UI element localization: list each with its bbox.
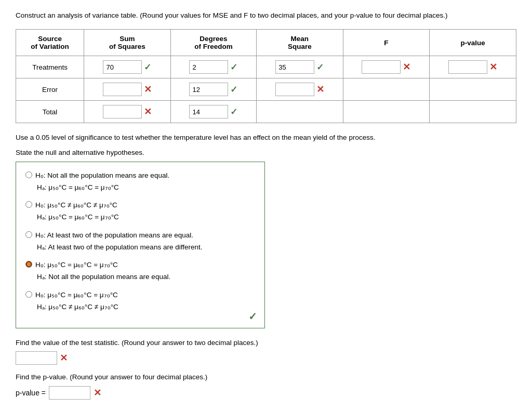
df-total-input[interactable] — [189, 105, 228, 118]
ms-treatments-cell: ✓ — [257, 56, 343, 78]
sum-total-cross-icon: ✕ — [144, 106, 152, 117]
hypothesis-option-4: H₀: μ₅₀°C = μ₆₀°C = μ₇₀°C Hₐ: Not all th… — [25, 260, 255, 283]
sum-total-cell: ✕ — [84, 101, 171, 123]
f-treatments-cross-icon: ✕ — [403, 61, 410, 73]
f-total-cell — [343, 101, 430, 123]
f-error-cell — [343, 78, 430, 101]
source-total: Total — [16, 101, 84, 123]
source-error: Error — [16, 78, 84, 101]
hypothesis-radio-5[interactable] — [25, 291, 32, 298]
hypothesis-radio-3[interactable] — [25, 231, 32, 238]
ha-text-4: Hₐ: Not all the population means are equ… — [25, 272, 255, 282]
df-treatments-check-icon: ✓ — [230, 62, 237, 73]
test-stat-input[interactable] — [16, 351, 57, 365]
h0-text-3: H₀: At least two of the population means… — [35, 230, 193, 241]
h0-text-5: H₀: μ₅₀°C = μ₆₀°C = μ₇₀°C — [35, 290, 118, 300]
sum-error-cell: ✕ — [84, 78, 171, 101]
test-stat-section: Find the value of the test statistic. (R… — [16, 338, 516, 365]
h0-text-4: H₀: μ₅₀°C = μ₆₀°C = μ₇₀°C — [35, 260, 118, 270]
df-total-cell: ✓ — [170, 101, 256, 123]
sum-error-cross-icon: ✕ — [144, 84, 152, 95]
ms-total-cell — [257, 101, 343, 123]
col-header-sum: Sum of Squares — [84, 30, 171, 56]
df-treatments-cell: ✓ — [170, 56, 256, 78]
col-header-source: Source of Variation — [16, 30, 84, 56]
sum-error-input[interactable] — [103, 83, 142, 96]
test-stat-label: Find the value of the test statistic. (R… — [16, 338, 516, 348]
pv-treatments-input[interactable] — [448, 60, 487, 74]
ms-error-cell: ✕ — [257, 78, 343, 101]
pv-treatments-cross-icon: ✕ — [489, 61, 497, 73]
test-stat-cross-icon: ✕ — [60, 352, 68, 364]
ha-text-2: Hₐ: μ₅₀°C = μ₆₀°C = μ₇₀°C — [25, 212, 255, 222]
hypothesis-option-1: H₀: Not all the population means are equ… — [25, 170, 255, 193]
df-total-check-icon: ✓ — [230, 107, 237, 117]
col-header-f: F — [343, 30, 430, 56]
ms-treatments-input[interactable] — [275, 60, 314, 74]
sum-total-input[interactable] — [103, 105, 142, 118]
ms-error-cross-icon: ✕ — [316, 84, 324, 95]
pvalue-section: Find the p-value. (Round your answer to … — [16, 372, 516, 399]
df-error-cell: ✓ — [170, 78, 256, 101]
hypothesis-option-2: H₀: μ₅₀°C ≠ μ₆₀°C ≠ μ₇₀°C Hₐ: μ₅₀°C = μ₆… — [25, 200, 255, 223]
hypothesis-option-3: H₀: At least two of the population means… — [25, 230, 255, 253]
pv-treatments-cell: ✕ — [430, 56, 516, 78]
df-treatments-input[interactable] — [189, 60, 228, 74]
df-error-input[interactable] — [189, 83, 228, 96]
pvalue-input[interactable] — [49, 386, 90, 400]
usage-text: Use a 0.05 level of significance to test… — [16, 132, 516, 143]
ms-treatments-check-icon: ✓ — [316, 62, 324, 73]
f-treatments-input[interactable] — [362, 60, 401, 74]
pv-error-cell — [430, 78, 516, 101]
col-header-pvalue: p-value — [430, 30, 516, 56]
hypothesis-radio-4[interactable] — [25, 261, 32, 268]
table-row: Treatments ✓ ✓ ✓ — [16, 56, 516, 78]
intro-text: Construct an analysis of variance table.… — [16, 10, 516, 21]
table-row: Error ✕ ✓ ✕ — [16, 78, 516, 101]
pvalue-label: Find the p-value. (Round your answer to … — [16, 372, 516, 382]
hypotheses-check-icon: ✓ — [248, 310, 257, 323]
h0-text-1: H₀: Not all the population means are equ… — [35, 170, 169, 181]
ha-text-3: Hₐ: At least two of the population means… — [25, 242, 255, 253]
state-text: State the null and alternative hypothese… — [16, 149, 516, 156]
table-row: Total ✕ ✓ — [16, 101, 516, 123]
source-treatments: Treatments — [16, 56, 84, 78]
sum-treatments-check-icon: ✓ — [144, 62, 151, 73]
ms-error-input[interactable] — [275, 83, 314, 96]
sum-treatments-cell: ✓ — [84, 56, 171, 78]
hypothesis-radio-2[interactable] — [25, 201, 32, 208]
pv-total-cell — [430, 101, 516, 123]
hypotheses-box: H₀: Not all the population means are equ… — [16, 162, 265, 329]
ha-text-5: Hₐ: μ₅₀°C ≠ μ₆₀°C ≠ μ₇₀°C — [25, 302, 255, 312]
hypothesis-option-5: H₀: μ₅₀°C = μ₆₀°C = μ₇₀°C Hₐ: μ₅₀°C ≠ μ₆… — [25, 290, 255, 313]
col-header-degrees: Degrees of Freedom — [170, 30, 256, 56]
anova-table: Source of Variation Sum of Squares Degre… — [16, 29, 516, 123]
sum-treatments-input[interactable] — [103, 60, 142, 74]
col-header-mean: Mean Square — [257, 30, 343, 56]
h0-text-2: H₀: μ₅₀°C ≠ μ₆₀°C ≠ μ₇₀°C — [35, 200, 117, 210]
df-error-check-icon: ✓ — [230, 84, 237, 95]
hypothesis-radio-1[interactable] — [25, 171, 32, 178]
pvalue-prefix: p-value = — [16, 389, 46, 397]
ha-text-1: Hₐ: μ₅₀°C = μ₆₀°C = μ₇₀°C — [25, 182, 255, 193]
f-treatments-cell: ✕ — [343, 56, 430, 78]
pvalue-cross-icon: ✕ — [94, 387, 101, 399]
